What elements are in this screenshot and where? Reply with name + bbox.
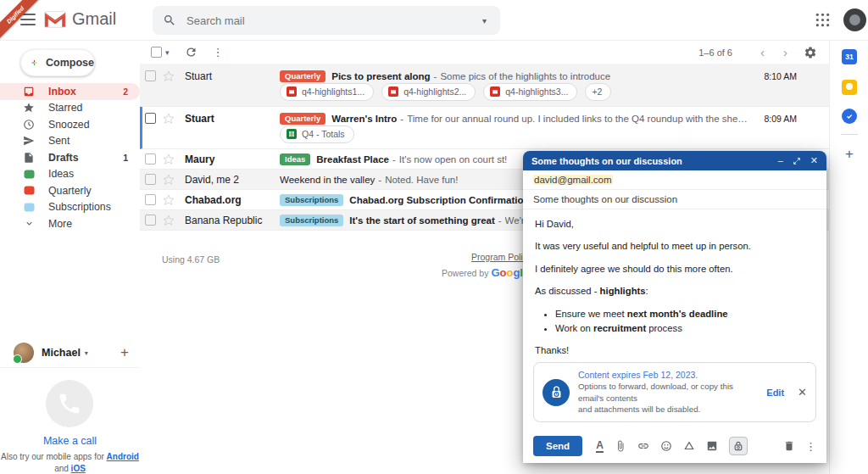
slides-file-icon	[490, 86, 500, 97]
attach-icon[interactable]	[615, 440, 626, 452]
sidebar-item-label: Inbox	[48, 86, 76, 98]
label-chip[interactable]: Quarterly	[280, 70, 326, 82]
chat-user-name: Michael	[42, 347, 81, 359]
chat-user-row[interactable]: Michael ▾ +	[14, 343, 129, 363]
attachment-chip[interactable]: q4-highlights3...	[483, 83, 577, 101]
edit-expiry-button[interactable]: Edit	[766, 388, 784, 398]
label-chip[interactable]: Subscriptions	[280, 194, 343, 206]
subject-field[interactable]: Some thoughts on our discussion	[523, 190, 826, 209]
calendar-icon[interactable]: 31	[830, 49, 868, 64]
search-input[interactable]	[186, 14, 482, 27]
email-row[interactable]: Stuart QuarterlyPics to present along-So…	[140, 64, 829, 107]
body-text-run: process	[646, 323, 682, 333]
separator: -	[389, 154, 399, 165]
select-all-checkbox[interactable]	[151, 47, 162, 58]
star-icon[interactable]	[163, 174, 176, 186]
google-apps-grid-icon[interactable]	[815, 13, 830, 31]
label-chip[interactable]: Quarterly	[280, 113, 326, 125]
more-options-icon[interactable]: ⋮	[213, 46, 224, 59]
row-checkbox[interactable]	[145, 153, 156, 165]
top-header: Gmail ▾	[0, 0, 868, 41]
confidential-icon[interactable]	[729, 437, 748, 455]
body-text-run: :	[646, 286, 648, 296]
message-body-editor[interactable]: Hi David,It was very useful and helpful …	[523, 209, 826, 360]
keep-icon[interactable]	[830, 80, 868, 95]
label-chip[interactable]: Ideas	[280, 153, 310, 165]
expiry-title: Content expires Feb 12, 2023.	[578, 370, 753, 380]
formatting-icon[interactable]: A	[596, 440, 604, 453]
compose-header[interactable]: Some thoughts on our discussion – ✕	[523, 151, 826, 170]
unread-count: 1	[123, 153, 128, 163]
make-a-call-link[interactable]: Make a call	[0, 435, 140, 447]
ios-link[interactable]: iOS	[71, 464, 86, 473]
settings-gear-icon[interactable]	[804, 46, 817, 59]
tasks-icon[interactable]	[830, 109, 868, 124]
user-avatar	[14, 343, 34, 363]
image-icon[interactable]	[706, 440, 718, 452]
side-panel: 31 +	[829, 41, 868, 474]
sidebar-item-snoozed[interactable]: Snoozed	[0, 116, 140, 133]
sender-name: Maury	[185, 153, 276, 165]
row-checkbox[interactable]	[145, 70, 156, 81]
dismiss-banner-icon[interactable]: ✕	[798, 386, 807, 399]
attachment-chip[interactable]: q4-highlights1...	[280, 83, 374, 101]
account-avatar[interactable]	[843, 8, 866, 31]
sidebar-item-more[interactable]: More	[0, 215, 140, 232]
discard-draft-trash-icon[interactable]	[783, 440, 795, 452]
email-row[interactable]: Stuart QuarterlyWarren's Intro-Time for …	[140, 107, 829, 149]
powered-by-google: Powered by Google	[442, 266, 529, 279]
android-link[interactable]: Android	[107, 452, 139, 461]
sender-name: Chabad.org	[185, 194, 276, 206]
minimize-icon[interactable]: –	[778, 156, 783, 165]
refresh-icon[interactable]	[185, 46, 198, 59]
attachment-name: q4-highlights3...	[505, 86, 568, 97]
body-text-run: As discussed -	[535, 286, 600, 296]
mobile-apps-promo: Also try our mobile apps for Android and…	[0, 451, 140, 474]
body-text-run: Work on	[555, 323, 593, 333]
draft-icon	[23, 152, 35, 164]
add-addon-icon[interactable]: +	[830, 146, 868, 163]
subject-value: Some thoughts on our discussion	[533, 194, 677, 204]
drive-icon[interactable]	[683, 440, 695, 452]
star-icon[interactable]	[163, 153, 176, 165]
new-conversation-button[interactable]: +	[120, 344, 129, 361]
attachment-chip[interactable]: Q4 - Totals	[280, 125, 354, 143]
compose-button[interactable]: Compose	[20, 49, 95, 76]
divider	[841, 134, 858, 135]
attachment-chip[interactable]: q4-highlights2...	[381, 83, 476, 101]
older-page-icon[interactable]: ›	[774, 45, 797, 59]
search-bar[interactable]: ▾	[153, 6, 500, 35]
more-send-options-icon[interactable]: ⋮	[805, 440, 816, 453]
link-icon[interactable]	[637, 440, 649, 452]
sidebar-item-starred[interactable]: Starred	[0, 100, 140, 117]
emoji-icon[interactable]	[660, 440, 672, 452]
row-checkbox[interactable]	[145, 215, 156, 226]
sidebar-item-ideas[interactable]: Ideas	[0, 166, 140, 183]
star-icon[interactable]	[163, 194, 176, 206]
select-caret-icon[interactable]: ▾	[165, 48, 170, 57]
sidebar-item-inbox[interactable]: Inbox2	[0, 83, 140, 100]
compose-label: Compose	[46, 57, 94, 69]
email-snippet: Some pics of the highlights to introduce	[440, 71, 610, 81]
sidebar-item-quarterly[interactable]: Quarterly	[0, 182, 140, 199]
close-icon[interactable]: ✕	[810, 156, 818, 165]
star-icon[interactable]	[163, 215, 176, 226]
hamburger-menu-icon[interactable]	[20, 14, 36, 25]
recipient-field[interactable]: david@gmail.com	[523, 170, 826, 190]
label-chip[interactable]: Subscriptions	[280, 215, 343, 226]
send-button[interactable]: Send	[533, 436, 582, 456]
star-icon[interactable]	[163, 70, 176, 82]
sidebar-item-sent[interactable]: Sent	[0, 133, 140, 150]
attachment-chip[interactable]: +2	[585, 83, 611, 101]
row-checkbox[interactable]	[145, 174, 156, 185]
row-checkbox[interactable]	[145, 113, 156, 124]
newer-page-icon[interactable]: ‹	[751, 45, 774, 59]
body-text-run: highlights	[600, 286, 646, 296]
pop-out-icon[interactable]	[793, 157, 801, 165]
star-icon[interactable]	[163, 113, 176, 125]
search-options-caret-icon[interactable]: ▾	[482, 16, 487, 25]
chat-user-caret-icon[interactable]: ▾	[85, 349, 88, 357]
sidebar-item-drafts[interactable]: Drafts1	[0, 149, 140, 166]
row-checkbox[interactable]	[145, 194, 156, 205]
sidebar-item-subscriptions[interactable]: Subscriptions	[0, 199, 140, 216]
